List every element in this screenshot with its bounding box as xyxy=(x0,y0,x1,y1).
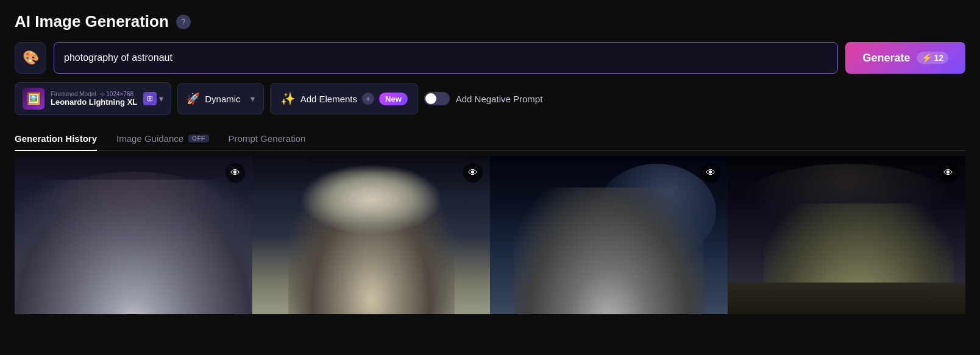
model-avatar: 🖼️ xyxy=(23,88,44,110)
add-elements-label: Add Elements xyxy=(300,94,357,104)
tab-generation-history[interactable]: Generation History xyxy=(15,127,97,151)
palette-icon: 🎨 xyxy=(23,50,39,66)
options-row: 🖼️ Finetuned Model ⊹ 1024×768 Leonardo L… xyxy=(15,82,965,115)
toggle-knob xyxy=(425,93,436,104)
negative-prompt-label: Add Negative Prompt xyxy=(456,94,543,104)
model-dimensions: ⊹ 1024×768 xyxy=(100,91,134,97)
rocket-icon: 🚀 xyxy=(186,92,200,105)
dynamic-chevron-icon: ▾ xyxy=(250,94,255,104)
add-elements-button[interactable]: ✨ Add Elements + New xyxy=(270,83,418,114)
model-name: Leonardo Lightning XL xyxy=(51,97,137,107)
credit-badge: ⚡ 12 xyxy=(917,52,948,64)
generate-button[interactable]: Generate ⚡ 12 xyxy=(845,42,965,74)
negative-prompt-toggle[interactable] xyxy=(424,92,450,105)
eye-button-4[interactable]: 👁 xyxy=(939,163,958,183)
dynamic-label: Dynamic xyxy=(205,94,240,104)
tabs-row: Generation History Image Guidance OFF Pr… xyxy=(15,127,965,151)
prompt-input[interactable] xyxy=(64,52,828,63)
image-guidance-label: Image Guidance xyxy=(116,133,183,144)
tab-image-guidance[interactable]: Image Guidance OFF xyxy=(116,127,209,151)
eye-button-1[interactable]: 👁 xyxy=(225,163,245,183)
new-badge: New xyxy=(379,93,408,105)
help-icon[interactable]: ? xyxy=(176,15,191,29)
eye-button-2[interactable]: 👁 xyxy=(463,163,483,183)
off-badge: OFF xyxy=(188,135,209,142)
prompt-generation-label: Prompt Generation xyxy=(229,133,306,144)
plus-icon: + xyxy=(362,93,374,105)
chevron-down-icon: ▾ xyxy=(159,94,163,104)
dynamic-selector[interactable]: 🚀 Dynamic ▾ xyxy=(177,83,263,114)
prompt-icon-button[interactable]: 🎨 xyxy=(15,42,46,74)
image-grid: 👁 👁 👁 👁 xyxy=(15,156,965,314)
sparkle-icon: ✨ xyxy=(280,91,296,106)
image-card-2: 👁 xyxy=(252,156,490,314)
generate-label: Generate xyxy=(862,52,910,65)
image-card-4: 👁 xyxy=(728,156,965,314)
model-info: Finetuned Model ⊹ 1024×768 Leonardo Ligh… xyxy=(51,91,137,107)
grid-icon: ⊞ xyxy=(143,92,157,105)
page-title: AI Image Generation xyxy=(15,12,169,31)
image-card-3: 👁 xyxy=(490,156,728,314)
credit-count: 12 xyxy=(934,53,943,63)
model-label-text: Finetuned Model xyxy=(51,91,96,97)
model-selector[interactable]: 🖼️ Finetuned Model ⊹ 1024×768 Leonardo L… xyxy=(15,82,171,115)
tab-prompt-generation[interactable]: Prompt Generation xyxy=(229,127,306,151)
eye-button-3[interactable]: 👁 xyxy=(701,163,720,183)
prompt-input-wrapper xyxy=(54,42,838,74)
negative-prompt-section: Add Negative Prompt xyxy=(424,92,543,105)
generation-history-label: Generation History xyxy=(15,133,97,144)
model-selector-icons: ⊞ ▾ xyxy=(143,92,163,105)
prompt-row: 🎨 Generate ⚡ 12 xyxy=(15,42,965,74)
image-card-1: 👁 xyxy=(15,156,252,314)
